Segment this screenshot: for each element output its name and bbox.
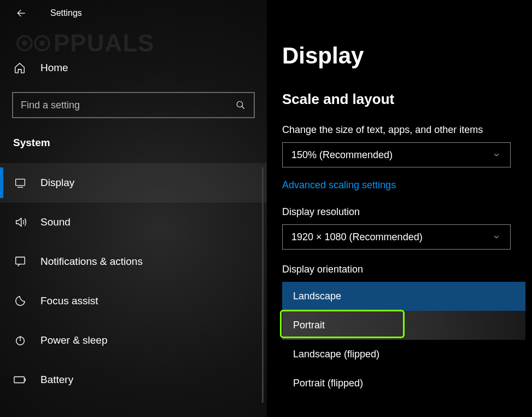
nav-list: Display Sound Notifications & actions Fo… (0, 163, 267, 399)
search-box[interactable] (12, 92, 255, 118)
nav-label: Notifications & actions (40, 256, 143, 268)
orientation-option-portrait[interactable]: Portrait (282, 311, 525, 340)
sidebar: Settings PPUALS Home System Display (0, 0, 267, 417)
chevron-down-icon (492, 150, 501, 160)
search-input[interactable] (21, 100, 235, 111)
svg-rect-4 (14, 377, 24, 383)
search-icon (235, 100, 246, 111)
option-label: Landscape (293, 291, 341, 302)
home-nav[interactable]: Home (0, 56, 267, 80)
home-label: Home (40, 62, 68, 74)
page-title: Display (282, 43, 532, 69)
scale-value: 150% (Recommended) (291, 149, 393, 161)
app-title: Settings (50, 8, 82, 18)
nav-label: Power & sleep (40, 334, 108, 346)
sidebar-scrollbar[interactable] (262, 167, 264, 403)
scale-dropdown[interactable]: 150% (Recommended) (282, 142, 511, 167)
category-heading: System (13, 137, 267, 149)
orientation-option-landscape-flipped[interactable]: Landscape (flipped) (282, 340, 525, 369)
back-icon[interactable] (15, 7, 27, 19)
svg-point-0 (237, 101, 243, 107)
option-label: Landscape (flipped) (293, 349, 379, 360)
settings-app: Settings PPUALS Home System Display (0, 0, 532, 417)
battery-icon (13, 375, 27, 384)
resolution-label: Display resolution (282, 206, 532, 218)
nav-item-display[interactable]: Display (0, 163, 267, 202)
resolution-dropdown[interactable]: 1920 × 1080 (Recommended) (282, 224, 511, 250)
svg-rect-2 (16, 257, 25, 264)
content-pane: Display Scale and layout Change the size… (267, 0, 532, 417)
chevron-down-icon (492, 232, 501, 242)
nav-label: Sound (40, 216, 71, 228)
svg-rect-1 (16, 179, 25, 186)
option-label: Portrait (293, 320, 325, 331)
orientation-option-landscape[interactable]: Landscape (282, 282, 525, 311)
nav-label: Display (40, 177, 74, 189)
nav-label: Focus assist (40, 295, 98, 307)
nav-item-sound[interactable]: Sound (0, 202, 267, 242)
notifications-icon (13, 256, 27, 268)
advanced-scaling-link[interactable]: Advanced scaling settings (282, 179, 396, 191)
scale-label: Change the size of text, apps, and other… (282, 124, 532, 136)
section-heading: Scale and layout (282, 91, 532, 108)
watermark-logo: PPUALS (16, 30, 154, 57)
nav-item-focus-assist[interactable]: Focus assist (0, 281, 267, 321)
home-icon (13, 62, 26, 74)
orientation-option-portrait-flipped[interactable]: Portrait (flipped) (282, 369, 525, 398)
nav-item-notifications[interactable]: Notifications & actions (0, 242, 267, 281)
nav-item-battery[interactable]: Battery (0, 360, 267, 399)
power-icon (13, 334, 27, 346)
sound-icon (13, 216, 27, 228)
nav-item-power-sleep[interactable]: Power & sleep (0, 321, 267, 360)
orientation-dropdown-open[interactable]: Landscape Portrait Landscape (flipped) P… (282, 282, 525, 398)
titlebar: Settings (0, 0, 267, 26)
watermark-text: PPUALS (54, 30, 154, 57)
focus-assist-icon (13, 295, 27, 307)
option-label: Portrait (flipped) (293, 378, 363, 389)
resolution-value: 1920 × 1080 (Recommended) (291, 231, 423, 243)
nav-label: Battery (40, 374, 73, 386)
display-icon (13, 177, 27, 188)
orientation-label: Display orientation (282, 264, 532, 275)
